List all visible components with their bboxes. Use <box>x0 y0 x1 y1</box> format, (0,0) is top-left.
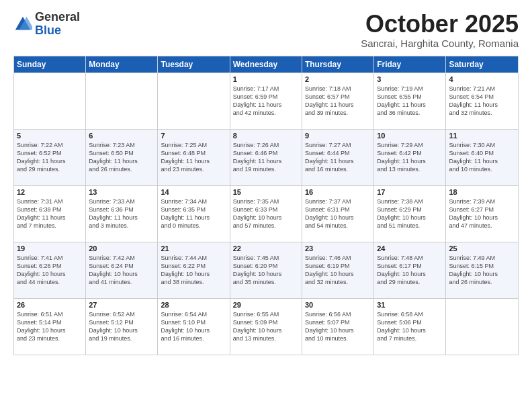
header-day-saturday: Saturday <box>446 56 519 73</box>
day-cell: 10Sunrise: 7:29 AM Sunset: 6:42 PM Dayli… <box>374 129 446 185</box>
day-info: Sunrise: 7:46 AM Sunset: 6:19 PM Dayligh… <box>305 254 371 287</box>
day-number: 25 <box>449 244 515 253</box>
day-cell: 9Sunrise: 7:27 AM Sunset: 6:44 PM Daylig… <box>302 129 373 185</box>
day-number: 12 <box>17 188 83 196</box>
day-info: Sunrise: 7:34 AM Sunset: 6:35 PM Dayligh… <box>161 197 226 230</box>
day-cell: 11Sunrise: 7:30 AM Sunset: 6:40 PM Dayli… <box>446 129 519 185</box>
day-info: Sunrise: 7:49 AM Sunset: 6:15 PM Dayligh… <box>449 254 515 287</box>
day-number: 24 <box>377 244 443 253</box>
day-number: 16 <box>305 188 371 196</box>
day-number: 11 <box>449 132 515 140</box>
logo-blue: Blue <box>35 24 80 38</box>
day-number: 10 <box>377 132 443 140</box>
day-cell: 7Sunrise: 7:25 AM Sunset: 6:48 PM Daylig… <box>158 129 230 185</box>
day-number: 18 <box>449 188 515 196</box>
day-info: Sunrise: 7:29 AM Sunset: 6:42 PM Dayligh… <box>377 141 443 174</box>
day-number: 15 <box>233 188 299 196</box>
day-info: Sunrise: 7:17 AM Sunset: 6:59 PM Dayligh… <box>233 85 299 118</box>
day-info: Sunrise: 7:27 AM Sunset: 6:44 PM Dayligh… <box>305 141 371 174</box>
title-block: October 2025 Sancrai, Harghita County, R… <box>361 11 519 49</box>
day-info: Sunrise: 7:35 AM Sunset: 6:33 PM Dayligh… <box>233 197 299 230</box>
month-title: October 2025 <box>361 11 519 38</box>
day-info: Sunrise: 7:31 AM Sunset: 6:38 PM Dayligh… <box>17 197 83 230</box>
header-day-sunday: Sunday <box>14 56 86 73</box>
header-day-wednesday: Wednesday <box>230 56 302 73</box>
day-number: 30 <box>305 301 371 309</box>
day-number: 29 <box>233 301 299 309</box>
day-number: 1 <box>233 75 299 83</box>
subtitle: Sancrai, Harghita County, Romania <box>361 38 519 49</box>
day-number: 31 <box>377 301 443 309</box>
day-cell: 13Sunrise: 7:33 AM Sunset: 6:36 PM Dayli… <box>86 185 158 242</box>
day-number: 13 <box>89 188 154 196</box>
day-info: Sunrise: 7:45 AM Sunset: 6:20 PM Dayligh… <box>233 254 299 287</box>
day-cell: 5Sunrise: 7:22 AM Sunset: 6:52 PM Daylig… <box>14 129 86 185</box>
day-info: Sunrise: 7:48 AM Sunset: 6:17 PM Dayligh… <box>377 254 443 287</box>
day-number: 22 <box>233 244 299 253</box>
day-number: 6 <box>89 132 154 140</box>
day-number: 7 <box>161 132 226 140</box>
day-info: Sunrise: 7:26 AM Sunset: 6:46 PM Dayligh… <box>233 141 299 174</box>
day-number: 27 <box>89 301 154 309</box>
day-cell: 17Sunrise: 7:38 AM Sunset: 6:29 PM Dayli… <box>374 185 446 242</box>
day-cell: 20Sunrise: 7:42 AM Sunset: 6:24 PM Dayli… <box>86 242 158 298</box>
day-cell: 12Sunrise: 7:31 AM Sunset: 6:38 PM Dayli… <box>14 185 86 242</box>
week-row-4: 19Sunrise: 7:41 AM Sunset: 6:26 PM Dayli… <box>14 242 519 298</box>
logo-icon <box>13 15 32 34</box>
day-cell: 2Sunrise: 7:18 AM Sunset: 6:57 PM Daylig… <box>302 73 373 129</box>
page: General Blue October 2025 Sancrai, Hargh… <box>0 0 532 362</box>
day-number: 28 <box>161 301 226 309</box>
day-info: Sunrise: 7:21 AM Sunset: 6:54 PM Dayligh… <box>449 85 515 118</box>
day-info: Sunrise: 6:56 AM Sunset: 5:07 PM Dayligh… <box>305 310 371 343</box>
calendar-table: SundayMondayTuesdayWednesdayThursdayFrid… <box>13 56 519 355</box>
day-cell: 25Sunrise: 7:49 AM Sunset: 6:15 PM Dayli… <box>446 242 519 298</box>
day-cell: 16Sunrise: 7:37 AM Sunset: 6:31 PM Dayli… <box>302 185 373 242</box>
header-day-thursday: Thursday <box>302 56 373 73</box>
day-number: 4 <box>449 75 515 83</box>
day-info: Sunrise: 7:18 AM Sunset: 6:57 PM Dayligh… <box>305 85 371 118</box>
day-info: Sunrise: 7:42 AM Sunset: 6:24 PM Dayligh… <box>89 254 154 287</box>
day-cell: 6Sunrise: 7:23 AM Sunset: 6:50 PM Daylig… <box>86 129 158 185</box>
day-cell <box>86 73 158 129</box>
header-row: SundayMondayTuesdayWednesdayThursdayFrid… <box>14 56 519 73</box>
day-info: Sunrise: 6:52 AM Sunset: 5:12 PM Dayligh… <box>89 310 154 343</box>
day-number: 14 <box>161 188 226 196</box>
day-cell <box>14 73 86 129</box>
day-cell: 3Sunrise: 7:19 AM Sunset: 6:55 PM Daylig… <box>374 73 446 129</box>
logo-general: General <box>35 11 80 24</box>
day-info: Sunrise: 7:37 AM Sunset: 6:31 PM Dayligh… <box>305 197 371 230</box>
logo: General Blue <box>13 11 80 38</box>
logo-text: General Blue <box>35 11 80 38</box>
day-cell: 29Sunrise: 6:55 AM Sunset: 5:09 PM Dayli… <box>230 298 302 355</box>
week-row-2: 5Sunrise: 7:22 AM Sunset: 6:52 PM Daylig… <box>14 129 519 185</box>
day-info: Sunrise: 7:44 AM Sunset: 6:22 PM Dayligh… <box>161 254 226 287</box>
day-number: 23 <box>305 244 371 253</box>
day-cell <box>446 298 519 355</box>
day-info: Sunrise: 7:33 AM Sunset: 6:36 PM Dayligh… <box>89 197 154 230</box>
day-cell: 19Sunrise: 7:41 AM Sunset: 6:26 PM Dayli… <box>14 242 86 298</box>
day-cell: 23Sunrise: 7:46 AM Sunset: 6:19 PM Dayli… <box>302 242 373 298</box>
day-cell: 30Sunrise: 6:56 AM Sunset: 5:07 PM Dayli… <box>302 298 373 355</box>
day-number: 19 <box>17 244 83 253</box>
day-cell: 15Sunrise: 7:35 AM Sunset: 6:33 PM Dayli… <box>230 185 302 242</box>
day-cell: 4Sunrise: 7:21 AM Sunset: 6:54 PM Daylig… <box>446 73 519 129</box>
day-info: Sunrise: 6:55 AM Sunset: 5:09 PM Dayligh… <box>233 310 299 343</box>
week-row-5: 26Sunrise: 6:51 AM Sunset: 5:14 PM Dayli… <box>14 298 519 355</box>
day-cell: 28Sunrise: 6:54 AM Sunset: 5:10 PM Dayli… <box>158 298 230 355</box>
day-info: Sunrise: 7:23 AM Sunset: 6:50 PM Dayligh… <box>89 141 154 174</box>
day-cell: 26Sunrise: 6:51 AM Sunset: 5:14 PM Dayli… <box>14 298 86 355</box>
day-cell: 21Sunrise: 7:44 AM Sunset: 6:22 PM Dayli… <box>158 242 230 298</box>
day-cell: 18Sunrise: 7:39 AM Sunset: 6:27 PM Dayli… <box>446 185 519 242</box>
header-day-monday: Monday <box>86 56 158 73</box>
day-cell: 1Sunrise: 7:17 AM Sunset: 6:59 PM Daylig… <box>230 73 302 129</box>
day-info: Sunrise: 6:51 AM Sunset: 5:14 PM Dayligh… <box>17 310 83 343</box>
day-info: Sunrise: 7:38 AM Sunset: 6:29 PM Dayligh… <box>377 197 443 230</box>
day-cell <box>158 73 230 129</box>
day-number: 26 <box>17 301 83 309</box>
day-number: 2 <box>305 75 371 83</box>
day-cell: 31Sunrise: 6:58 AM Sunset: 5:06 PM Dayli… <box>374 298 446 355</box>
day-number: 21 <box>161 244 226 253</box>
day-info: Sunrise: 6:54 AM Sunset: 5:10 PM Dayligh… <box>161 310 226 343</box>
day-info: Sunrise: 7:41 AM Sunset: 6:26 PM Dayligh… <box>17 254 83 287</box>
day-number: 17 <box>377 188 443 196</box>
